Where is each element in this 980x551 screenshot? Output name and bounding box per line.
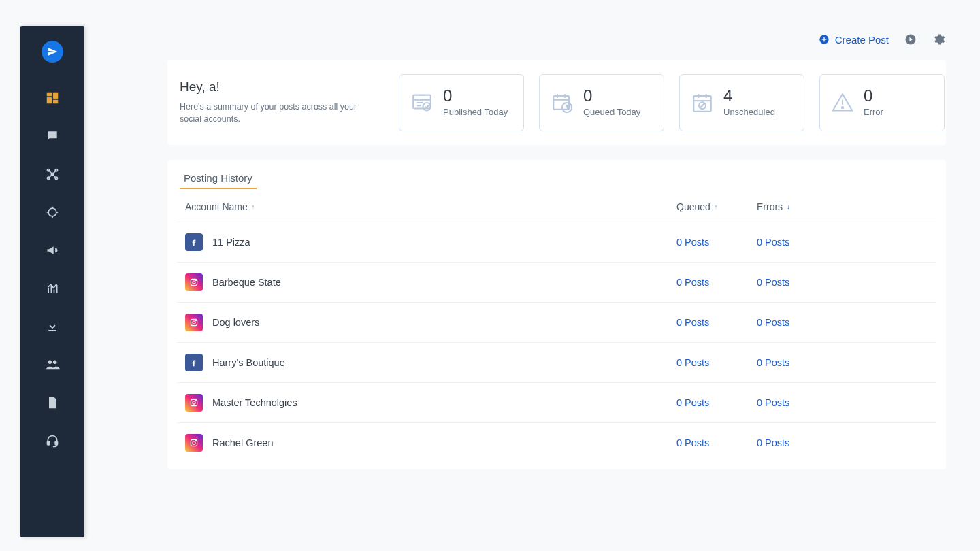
svg-point-53	[193, 281, 195, 284]
account-cell: Master Technolgies	[185, 394, 676, 412]
col-errors-label: Errors	[757, 201, 783, 212]
stat-queued-value: 0	[583, 88, 640, 104]
svg-point-54	[195, 280, 196, 281]
error-icon	[831, 91, 854, 114]
create-post-button[interactable]: Create Post	[819, 34, 889, 46]
table-row[interactable]: Harry's Boutique0 Posts0 Posts	[177, 343, 936, 383]
instagram-icon	[185, 394, 203, 412]
greeting-block: Hey, a! Here's a summary of your posts a…	[180, 80, 384, 125]
account-name: Master Technolgies	[212, 397, 297, 408]
stat-error[interactable]: 0 Error	[819, 74, 945, 131]
svg-rect-24	[48, 441, 50, 445]
download-icon	[46, 320, 59, 333]
app-logo[interactable]	[42, 41, 63, 63]
account-name: Harry's Boutique	[212, 357, 285, 368]
posting-history: Posting History Account Name ↑ Queued ↑ …	[167, 160, 946, 469]
table-row[interactable]: 11 Pizza0 Posts0 Posts	[177, 222, 936, 263]
nav-target[interactable]	[44, 204, 61, 220]
queued-cell[interactable]: 0 Posts	[676, 237, 751, 248]
svg-point-56	[193, 321, 195, 324]
stat-error-label: Error	[864, 107, 883, 117]
errors-cell[interactable]: 0 Posts	[751, 317, 928, 328]
col-queued[interactable]: Queued ↑	[676, 201, 751, 212]
svg-point-51	[842, 106, 843, 107]
sort-asc-icon: ↑	[715, 203, 718, 210]
svg-line-12	[52, 174, 56, 178]
svg-point-35	[423, 103, 430, 110]
svg-rect-28	[821, 39, 826, 39]
play-circle-icon	[904, 33, 917, 46]
instagram-icon	[185, 314, 203, 331]
svg-rect-25	[55, 441, 57, 445]
table-row[interactable]: Rachel Green0 Posts0 Posts	[177, 423, 936, 463]
account-name: Rachel Green	[212, 437, 273, 448]
greeting-subtext: Here's a summary of your posts across al…	[180, 101, 370, 125]
nav-campaigns[interactable]	[44, 242, 61, 258]
table-row[interactable]: Barbeque State0 Posts0 Posts	[177, 263, 936, 303]
crosshair-icon	[46, 205, 59, 219]
svg-line-9	[48, 170, 52, 174]
col-account-label: Account Name	[185, 201, 248, 212]
instagram-icon	[185, 273, 203, 291]
account-name: 11 Pizza	[212, 237, 250, 248]
svg-point-62	[193, 441, 195, 444]
stat-unscheduled[interactable]: 4 Unscheduled	[679, 74, 804, 131]
svg-point-60	[195, 401, 196, 401]
queued-cell[interactable]: 0 Posts	[676, 437, 751, 448]
errors-cell[interactable]: 0 Posts	[751, 437, 928, 448]
sort-asc-icon: ↑	[252, 203, 255, 210]
sort-desc-icon: ↓	[787, 203, 790, 210]
table-body: 11 Pizza0 Posts0 PostsBarbeque State0 Po…	[177, 222, 936, 463]
stat-published[interactable]: 0 Published Today	[399, 74, 524, 131]
col-queued-label: Queued	[676, 201, 710, 212]
create-post-label: Create Post	[835, 34, 889, 46]
nav-reports[interactable]	[44, 395, 61, 411]
stat-queued-label: Queued Today	[583, 107, 640, 117]
nav-team[interactable]	[44, 356, 61, 373]
svg-point-63	[195, 441, 196, 441]
facebook-icon	[185, 233, 203, 251]
account-name: Barbeque State	[212, 277, 281, 288]
video-tour-button[interactable]	[904, 33, 917, 46]
col-errors[interactable]: Errors ↓	[751, 201, 928, 212]
errors-cell[interactable]: 0 Posts	[751, 397, 928, 408]
table-row[interactable]: Dog lovers0 Posts0 Posts	[177, 303, 936, 343]
unscheduled-icon	[691, 91, 714, 114]
account-cell: Rachel Green	[185, 434, 676, 452]
headset-icon	[46, 434, 59, 448]
table-header: Account Name ↑ Queued ↑ Errors ↓	[177, 189, 936, 222]
gear-icon	[933, 33, 945, 46]
queued-cell[interactable]: 0 Posts	[676, 397, 751, 408]
greeting-heading: Hey, a!	[180, 80, 384, 95]
col-account[interactable]: Account Name ↑	[185, 201, 676, 212]
svg-rect-0	[47, 93, 52, 97]
plus-circle-icon	[819, 34, 830, 45]
queued-cell[interactable]: 0 Posts	[676, 277, 751, 288]
errors-cell[interactable]: 0 Posts	[751, 277, 928, 288]
topbar: Create Post	[819, 26, 946, 53]
account-cell: Barbeque State	[185, 273, 676, 291]
nav-downloads[interactable]	[44, 318, 61, 335]
nav-analytics[interactable]	[44, 280, 61, 297]
nav-dashboard[interactable]	[44, 90, 61, 106]
errors-cell[interactable]: 0 Posts	[751, 357, 928, 368]
stat-queued[interactable]: 0 Queued Today	[539, 74, 664, 131]
queued-cell[interactable]: 0 Posts	[676, 317, 751, 328]
tab-posting-history[interactable]: Posting History	[180, 172, 257, 189]
table-row[interactable]: Master Technolgies0 Posts0 Posts	[177, 383, 936, 423]
nav-messages[interactable]	[44, 128, 61, 144]
svg-line-11	[48, 174, 52, 178]
svg-rect-1	[53, 93, 58, 99]
summary-bar: Hey, a! Here's a summary of your posts a…	[167, 60, 946, 145]
stat-error-value: 0	[864, 88, 883, 104]
chart-icon	[46, 282, 59, 295]
nav-support[interactable]	[44, 433, 61, 449]
settings-button[interactable]	[932, 33, 946, 46]
megaphone-icon	[46, 244, 59, 257]
svg-point-57	[195, 320, 196, 321]
nav-connections[interactable]	[44, 166, 61, 182]
svg-line-48	[700, 103, 704, 107]
chat-icon	[46, 129, 59, 143]
errors-cell[interactable]: 0 Posts	[751, 237, 928, 248]
queued-cell[interactable]: 0 Posts	[676, 357, 751, 368]
